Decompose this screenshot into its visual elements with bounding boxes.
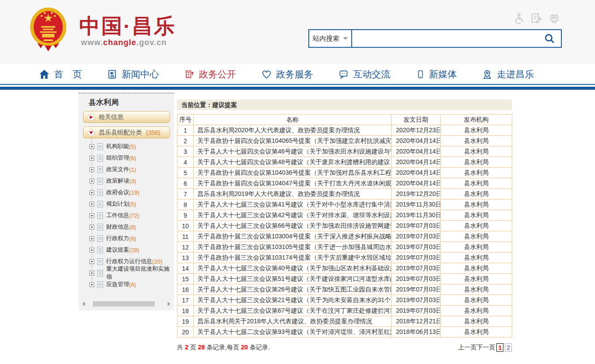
scrollbar-thumb[interactable] bbox=[93, 301, 155, 307]
tree-label: 政府会议 bbox=[106, 188, 129, 196]
doc-link[interactable]: 关于县人大十七届三次会议第42号建议（关于对排水渠、塘坝等水利设施进行统... bbox=[197, 211, 392, 218]
tree-count: (5) bbox=[129, 201, 136, 207]
expand-plus-icon[interactable] bbox=[89, 156, 94, 161]
tree-item-work-info[interactable]: 工作信息(72) bbox=[89, 210, 174, 221]
doc-link[interactable]: 昌乐县水利局2020年人大代表建议、政协委员提案办理情况 bbox=[197, 126, 360, 134]
sidebar-button-label: 相关信息 bbox=[99, 113, 123, 121]
nav-item-gov-services[interactable]: 政务服务 bbox=[261, 68, 313, 80]
expand-plus-icon[interactable] bbox=[89, 259, 94, 264]
tree-item-finance-info[interactable]: 财政信息(8) bbox=[89, 221, 174, 233]
doc-link[interactable]: 关于县政协十届四次会议第104065号提案（关于加强建立农村抗洪减灾的体系的..… bbox=[197, 137, 392, 144]
expand-plus-icon[interactable] bbox=[89, 179, 94, 184]
expand-plus-icon[interactable] bbox=[89, 236, 94, 241]
row-org: 县水利局 bbox=[441, 210, 512, 221]
tree-item-org-management[interactable]: 组织管理(6) bbox=[89, 152, 174, 164]
breadcrumb: 当前位置：建议提案 bbox=[177, 100, 512, 110]
doc-link[interactable]: 关于县人大十七届三次会议第21号建议（关于为尚未安装自来水的31个村铺设村... bbox=[197, 296, 392, 303]
tree-item-emergency-management[interactable]: 应急管理(6) bbox=[89, 279, 174, 290]
prev-page-link[interactable]: 上一页 bbox=[458, 344, 476, 352]
page-number-current[interactable]: 1 bbox=[496, 343, 503, 352]
records-per-page: 20 bbox=[241, 344, 248, 351]
doc-link[interactable]: 关于县政协十届三次会议第103004号提案（关于深入推进乡村振兴战略的几点建..… bbox=[197, 233, 392, 240]
page-number-2[interactable]: 2 bbox=[505, 343, 512, 352]
tree-item-policy-interpretation[interactable]: 政策解读(3) bbox=[89, 175, 174, 187]
scroll-right-arrow-icon[interactable] bbox=[168, 302, 170, 306]
doc-link[interactable]: 关于县政协十届三次会议第103105号提案（关于进一步加强县城周边水库、塘坝..… bbox=[197, 243, 392, 250]
doc-link[interactable]: 关于县人大十七届四次会议第46号建议（关于加强农田水利设施建设与管护的建... bbox=[197, 148, 392, 155]
sidebar-button-category[interactable]: 昌乐县组配分类(358) bbox=[83, 126, 170, 138]
edit-document-icon[interactable] bbox=[530, 12, 542, 25]
doc-link[interactable]: 关于县人大十七届三次会议第67号建议（关于在汶河丁家庄处修建拦河坝的建议... bbox=[197, 307, 392, 314]
sidebar-horizontal-scrollbar[interactable] bbox=[82, 301, 170, 307]
row-date: 2019年11月30日 bbox=[392, 199, 441, 210]
expand-plus-icon[interactable] bbox=[89, 167, 94, 172]
table-row: 12关于县政协十届三次会议第103105号提案（关于进一步加强县城周边水库、塘坝… bbox=[177, 242, 512, 253]
expand-plus-icon[interactable] bbox=[89, 248, 94, 253]
sidebar-button-label: 昌乐县组配分类 bbox=[99, 129, 142, 137]
expand-plus-icon[interactable] bbox=[89, 202, 94, 207]
expand-plus-icon[interactable] bbox=[89, 213, 94, 218]
search-scope-label: 站内搜索 bbox=[313, 34, 339, 43]
search-scope-select[interactable]: 站内搜索 bbox=[309, 30, 352, 47]
tree-item-organization-functions[interactable]: 机构职能(5) bbox=[89, 141, 174, 152]
doc-link[interactable]: 关于县人大十七届三次会议第41号建议（关于对中小型水库进行集中清淤的建议... bbox=[197, 201, 392, 208]
doc-link[interactable]: 关于县人大十七届三次会议第40号建议（关于加强山区农村水利基础设施建设的... bbox=[197, 264, 392, 272]
row-date: 2018年06月13日 bbox=[392, 327, 441, 337]
next-page-link[interactable]: 下一页 bbox=[476, 344, 495, 352]
nav-item-new-media[interactable]: 新媒体 bbox=[416, 68, 457, 80]
doc-link[interactable]: 关于县政协十届四次会议第104047号提案（关于打造大丹河水道休闲观光带的建..… bbox=[197, 180, 392, 187]
tree-label: 行政权力运行信息 bbox=[106, 257, 152, 265]
scrollbar-track[interactable] bbox=[87, 301, 166, 307]
row-org: 县水利局 bbox=[441, 136, 512, 146]
nav-item-visit-changle[interactable]: 走进昌乐 bbox=[482, 68, 534, 80]
doc-link[interactable]: 关于县政协十届四次会议第104036号提案（关于加强对昌乐县水利工程红色文化..… bbox=[197, 169, 392, 176]
nav-item-news-center[interactable]: 新闻中心 bbox=[107, 68, 159, 80]
tree-count: (1) bbox=[129, 166, 136, 173]
row-seq: 8 bbox=[177, 199, 194, 210]
doc-link[interactable]: 关于县人大十七届三次会议第51号建议（关于建设徐家河口河道型水库的建议）... bbox=[197, 275, 392, 282]
doc-link[interactable]: 关于县人大十七届三次会议第66号建议（关于加强农田排涝设施管网建设的建议... bbox=[197, 222, 392, 229]
tree-count: (28) bbox=[129, 247, 139, 253]
robot-icon[interactable] bbox=[548, 12, 560, 25]
tree-label: 组织管理 bbox=[106, 154, 129, 162]
search-button[interactable] bbox=[538, 30, 561, 47]
doc-link[interactable]: 关于县人大十七届二次会议第93号建议（关于对漳河堤坝、漳河村至红河段堤坝... bbox=[197, 328, 392, 335]
sidebar-button-related-info[interactable]: 相关信息 bbox=[83, 111, 170, 123]
tree-item-planning[interactable]: 规划计划(5) bbox=[89, 198, 174, 210]
sidebar-tree: 机构职能(5) 组织管理(6) 政策文件(1) 政策解读(3) 政府会议(19)… bbox=[89, 141, 174, 290]
expand-plus-icon[interactable] bbox=[89, 225, 94, 230]
site-header: 中国·昌乐 www.changle.gov.cn bbox=[0, 0, 595, 64]
tree-item-admin-power[interactable]: 行政权力(8) bbox=[89, 233, 174, 244]
row-seq: 7 bbox=[177, 189, 194, 199]
doc-link[interactable]: 昌乐县水利局关于2018年人大代表建议、政协委员提案办理情况 bbox=[197, 318, 372, 325]
expand-plus-icon[interactable] bbox=[89, 282, 94, 287]
tree-label: 规划计划 bbox=[106, 200, 129, 208]
tree-item-proposals[interactable]: 建议提案(28) bbox=[89, 244, 174, 256]
table-row: 20关于县人大十七届二次会议第93号建议（关于对漳河堤坝、漳河村至红河段堤坝..… bbox=[177, 327, 512, 337]
doc-link[interactable]: 关于县人大十七届三次会议第26号建议（关于加快五图工业园自来水管网、天然... bbox=[197, 286, 392, 293]
document-icon bbox=[97, 143, 103, 150]
tree-item-major-projects[interactable]: 重大建设项目批准和实施领 bbox=[89, 267, 174, 279]
doc-link[interactable]: 关于县政协十届三次会议第103174号提案（关于灾后重建中水毁区域垃圾综合治..… bbox=[197, 254, 392, 261]
accessibility-icon[interactable] bbox=[512, 12, 524, 25]
tree-item-gov-meetings[interactable]: 政府会议(19) bbox=[89, 187, 174, 198]
nav-item-home[interactable]: 首 页 bbox=[39, 68, 82, 80]
doc-link[interactable]: 昌乐县水利局2019年人大代表建议、政协委员提案办理情况 bbox=[197, 190, 360, 197]
expand-plus-icon[interactable] bbox=[89, 144, 94, 149]
search-input[interactable] bbox=[352, 30, 538, 47]
nav-item-interaction[interactable]: 互动交流 bbox=[338, 68, 390, 80]
row-org: 县水利局 bbox=[441, 221, 512, 231]
doc-link[interactable]: 关于县人大十七届四次会议第48号建议（关于废弃水利渡槽利用的建议）的答复 bbox=[197, 158, 392, 165]
expand-plus-icon[interactable] bbox=[89, 190, 94, 195]
table-row: 7昌乐县水利局2019年人大代表建议、政协委员提案办理情况2019年12月20日… bbox=[177, 189, 512, 199]
row-date: 2020年04月14日 bbox=[392, 136, 441, 146]
nav-item-gov-open[interactable]: 政务公开 bbox=[184, 68, 236, 80]
row-date: 2018年12月21日 bbox=[392, 316, 441, 327]
col-header-seq: 序号 bbox=[177, 115, 194, 125]
stats-text: 页 bbox=[190, 344, 196, 351]
scroll-left-arrow-icon[interactable] bbox=[82, 302, 85, 306]
expand-plus-icon[interactable] bbox=[89, 271, 94, 276]
row-org: 县水利局 bbox=[441, 327, 512, 337]
tree-count: (8) bbox=[129, 224, 136, 230]
tree-item-policy-documents[interactable]: 政策文件(1) bbox=[89, 164, 174, 175]
